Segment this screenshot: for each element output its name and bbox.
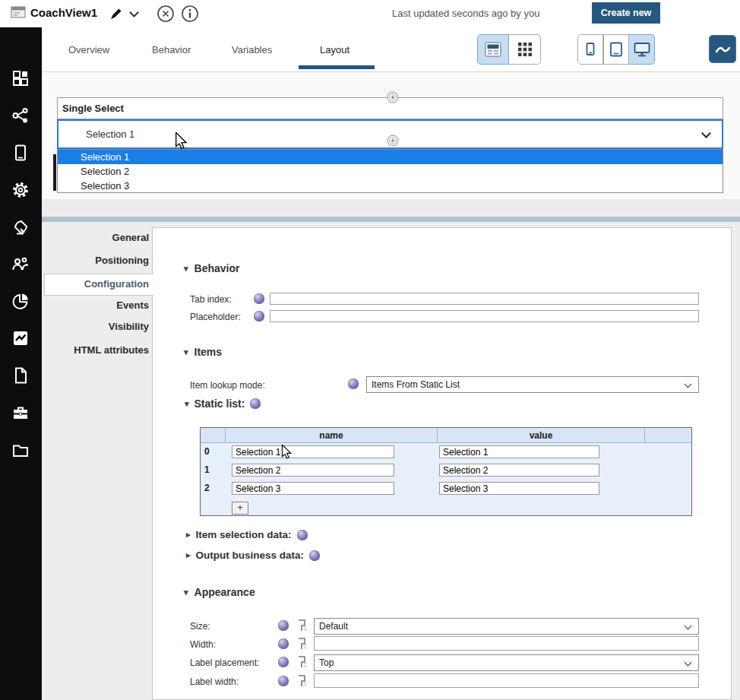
dashboard-icon[interactable]	[11, 69, 30, 87]
tab-behavior[interactable]: Behavior	[152, 44, 191, 55]
expand-triangle-icon[interactable]: ▸	[186, 550, 191, 560]
row-name-input[interactable]	[232, 464, 394, 477]
binding-icon[interactable]	[296, 655, 308, 672]
insert-handle-top-icon[interactable]	[387, 91, 399, 106]
localization-globe-icon[interactable]	[309, 550, 320, 561]
settings-gear-icon[interactable]	[11, 181, 30, 199]
device-toggle-group	[577, 34, 655, 65]
collapse-triangle-icon[interactable]: ▾	[184, 588, 188, 597]
index-column-header	[201, 428, 226, 442]
desktop-view-button[interactable]	[629, 34, 655, 65]
tab-layout[interactable]: Layout	[320, 44, 349, 55]
binding-icon[interactable]	[296, 619, 308, 635]
localization-globe-icon[interactable]	[278, 676, 289, 686]
row-name-input[interactable]	[232, 445, 394, 458]
team-icon[interactable]	[11, 255, 30, 273]
binding-icon[interactable]	[296, 674, 308, 691]
item-lookup-mode-value: Items From Static List	[372, 379, 460, 390]
form-preview-toggle-button[interactable]	[477, 34, 509, 65]
last-updated-text: Last updated seconds ago by you	[392, 8, 539, 19]
item-lookup-mode-label: Item lookup mode:	[190, 380, 265, 391]
item-selection-data-title: Item selection data:	[196, 529, 292, 540]
width-input[interactable]	[314, 636, 699, 651]
info-circle-icon[interactable]	[181, 5, 199, 26]
title-chevron-down-icon[interactable]	[129, 8, 139, 17]
prop-tab-general[interactable]: General	[43, 228, 149, 248]
collapse-triangle-icon[interactable]: ▾	[185, 399, 189, 409]
create-new-button[interactable]: Create new	[592, 2, 660, 24]
localization-globe-icon[interactable]	[278, 638, 289, 649]
item-lookup-mode-select[interactable]: Items From Static List	[366, 376, 699, 393]
expand-triangle-icon[interactable]: ▸	[186, 530, 191, 540]
tab-index-input[interactable]	[270, 293, 699, 305]
items-section-header[interactable]: ▾ Items	[184, 346, 222, 358]
phone-view-button[interactable]	[577, 34, 603, 65]
palette-grid-toggle-button[interactable]	[509, 34, 541, 65]
label-width-input[interactable]	[314, 673, 699, 688]
prop-tab-html-attributes[interactable]: HTML attributes	[43, 340, 149, 360]
static-list-header[interactable]: ▾ Static list:	[185, 398, 261, 410]
active-tab-underline	[299, 65, 375, 69]
width-label: Width:	[190, 639, 216, 650]
mouse-cursor-icon	[281, 445, 294, 463]
tab-index-label: Tab index:	[190, 294, 232, 305]
appearance-section-title: Appearance	[194, 586, 255, 598]
satellite-dish-icon[interactable]	[11, 218, 30, 236]
dropdown-option[interactable]: Selection 2	[58, 164, 723, 179]
output-business-data-header[interactable]: ▸ Output business data:	[186, 550, 320, 561]
localization-globe-icon[interactable]	[278, 657, 289, 667]
dropdown-option-list: Selection 1 Selection 2 Selection 3	[57, 149, 723, 193]
localization-globe-icon[interactable]	[278, 620, 289, 631]
placeholder-input[interactable]	[270, 310, 699, 322]
insert-handle-bottom-icon[interactable]	[387, 135, 399, 150]
document-icon[interactable]	[11, 366, 30, 385]
preview-chart-button[interactable]	[709, 35, 736, 63]
layout-canvas[interactable]: Single Select Selection 1 Selection 1 Se…	[42, 72, 740, 217]
row-value-input[interactable]	[439, 464, 599, 477]
behavior-section-title: Behavior	[194, 262, 240, 274]
localization-globe-icon[interactable]	[250, 398, 261, 409]
prop-tab-positioning[interactable]: Positioning	[43, 251, 149, 271]
panel-divider[interactable]	[42, 217, 740, 222]
edit-pencil-icon[interactable]	[109, 6, 124, 24]
process-flow-icon[interactable]	[11, 106, 30, 125]
dropdown-option[interactable]: Selection 3	[58, 179, 723, 193]
close-circle-icon[interactable]	[157, 5, 175, 26]
row-value-input[interactable]	[439, 482, 599, 495]
add-row-button[interactable]: +	[232, 502, 248, 515]
prop-tab-configuration[interactable]: Configuration	[43, 274, 149, 294]
binding-icon[interactable]	[296, 637, 308, 654]
row-value-input[interactable]	[439, 445, 599, 458]
row-name-input[interactable]	[232, 482, 394, 495]
collapse-triangle-icon[interactable]: ▾	[184, 347, 188, 357]
localization-globe-icon[interactable]	[254, 311, 264, 321]
folder-icon[interactable]	[11, 441, 30, 459]
table-row: 2	[201, 480, 691, 498]
dropdown-option[interactable]: Selection 1	[58, 150, 723, 164]
tab-variables[interactable]: Variables	[232, 44, 272, 55]
tab-overview[interactable]: Overview	[68, 44, 109, 55]
item-selection-data-header[interactable]: ▸ Item selection data:	[186, 529, 308, 540]
collapse-triangle-icon[interactable]: ▾	[184, 264, 188, 274]
mobile-icon[interactable]	[11, 144, 30, 162]
label-placement-value: Top	[319, 657, 334, 668]
tablet-view-button[interactable]	[603, 34, 629, 65]
toolbox-icon[interactable]	[11, 404, 30, 422]
name-column-header: name	[226, 428, 438, 442]
table-row: 1	[201, 461, 691, 480]
size-select[interactable]: Default	[314, 618, 699, 635]
localization-globe-icon[interactable]	[348, 379, 359, 389]
select-chevron-icon	[685, 659, 692, 667]
localization-globe-icon[interactable]	[297, 530, 308, 540]
canvas-bottom-strip	[42, 199, 740, 217]
pie-chart-icon[interactable]	[11, 292, 30, 310]
behavior-section-header[interactable]: ▾ Behavior	[184, 262, 239, 274]
label-placement-select[interactable]: Top	[314, 654, 699, 671]
line-chart-icon[interactable]	[11, 329, 30, 347]
prop-tab-visibility[interactable]: Visibility	[43, 317, 149, 337]
output-business-data-title: Output business data:	[196, 550, 305, 561]
prop-tab-events[interactable]: Events	[43, 296, 149, 315]
localization-globe-icon[interactable]	[254, 293, 264, 304]
appearance-section-header[interactable]: ▾ Appearance	[184, 586, 255, 598]
left-sidebar	[0, 27, 42, 700]
